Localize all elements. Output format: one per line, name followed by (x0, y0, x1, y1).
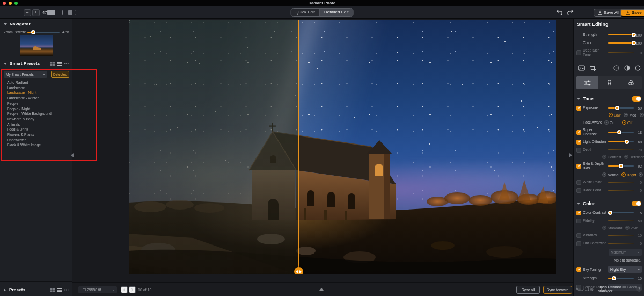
sky-strength-slider[interactable] (608, 278, 634, 279)
preset-item[interactable]: Food & Drink (7, 127, 70, 132)
preset-item[interactable]: Flowers & Plants (7, 132, 70, 138)
radio-med[interactable] (624, 113, 628, 117)
exposure-slider[interactable] (608, 107, 634, 109)
tab-color-wheel[interactable] (620, 76, 642, 89)
preset-item[interactable]: Newborn & Baby (7, 117, 70, 122)
tint-mode-dropdown[interactable]: Maximum (609, 249, 642, 256)
list-view-icon[interactable] (57, 288, 62, 292)
exposure-checkbox[interactable] (576, 106, 581, 111)
before-after-divider-handle[interactable] (294, 267, 303, 274)
tab-adjustments[interactable] (576, 76, 598, 89)
radio-high[interactable] (640, 113, 644, 117)
radio-normal[interactable] (602, 172, 606, 177)
collapse-right-panel-icon[interactable] (569, 153, 572, 157)
redo-icon[interactable] (567, 9, 574, 16)
before-after-toggle-icon[interactable] (624, 65, 630, 71)
sky-toning-checkbox[interactable] (576, 267, 581, 272)
white-point-slider[interactable] (608, 182, 634, 183)
skin-depth-bias-checkbox[interactable] (576, 164, 581, 169)
preset-item[interactable]: Landscape (7, 85, 70, 91)
preset-item-selected[interactable]: Landscape - Night (7, 90, 70, 96)
tone-toggle[interactable] (632, 96, 641, 102)
preset-item[interactable]: Auto Radiant (7, 80, 70, 85)
fidelity-slider[interactable] (608, 220, 634, 221)
radio-definition[interactable] (624, 155, 628, 159)
expand-filmstrip-icon[interactable] (319, 288, 324, 291)
sync-all-button[interactable]: Sync all (516, 286, 540, 294)
grid-view-icon[interactable] (50, 288, 55, 292)
split-view-icon[interactable] (58, 10, 65, 15)
deep-skin-tone-checkbox[interactable] (576, 50, 581, 55)
color-contrast-slider[interactable] (608, 212, 634, 213)
reset-icon[interactable] (635, 65, 641, 71)
navigator-thumbnail[interactable] (20, 35, 53, 56)
collapse-left-panel-icon[interactable] (71, 153, 74, 157)
detected-button[interactable]: Detected (51, 71, 69, 78)
next-image-button[interactable] (129, 286, 136, 293)
radio-vivid[interactable] (625, 226, 630, 230)
undo-icon[interactable] (556, 9, 564, 16)
fidelity-checkbox[interactable] (576, 219, 581, 223)
quick-edit-tab[interactable]: Quick Edit (291, 9, 319, 16)
radio-auto[interactable] (639, 172, 643, 177)
depth-slider[interactable] (608, 149, 634, 150)
before-after-view-icon[interactable] (68, 10, 76, 15)
light-diffusion-checkbox[interactable] (576, 140, 581, 145)
open-radiant-manager-link[interactable]: Open Radiant Manager (598, 285, 636, 293)
radio-bright[interactable] (621, 172, 626, 177)
light-diffusion-slider[interactable] (608, 141, 634, 142)
before-after-divider-line[interactable] (298, 20, 299, 274)
preset-item[interactable]: Underwater (7, 138, 70, 143)
sky-toning-dropdown[interactable]: Night Sky (608, 266, 642, 273)
more-options-icon[interactable] (64, 289, 69, 291)
smart-presets-dropdown[interactable]: My Smart Presets (4, 71, 47, 78)
zoom-in-button[interactable]: + (32, 9, 40, 16)
help-icon[interactable]: ? (636, 286, 642, 292)
preset-item[interactable]: Black & White Image (7, 142, 70, 148)
super-contrast-checkbox[interactable] (576, 130, 581, 135)
color-contrast-checkbox[interactable] (576, 211, 581, 215)
tint-correction-slider[interactable] (608, 243, 634, 244)
presets-header[interactable]: Presets (4, 287, 69, 292)
smart-presets-header[interactable]: Smart Presets (4, 61, 69, 66)
single-view-icon[interactable] (47, 10, 55, 15)
white-point-checkbox[interactable] (576, 180, 581, 185)
crop-icon[interactable] (590, 65, 596, 71)
remove-tool-icon[interactable] (613, 65, 619, 71)
save-all-button[interactable]: Save All (594, 9, 624, 17)
preset-item[interactable]: Animals (7, 122, 70, 127)
zoom-percent-slider[interactable] (27, 32, 60, 33)
super-contrast-slider[interactable] (608, 132, 634, 133)
radio-contrast[interactable] (602, 155, 606, 159)
skin-depth-bias-slider[interactable] (608, 165, 634, 167)
save-button[interactable]: Save (620, 9, 644, 17)
preset-item[interactable]: People (7, 101, 70, 106)
vibrancy-slider[interactable] (608, 235, 634, 236)
radio-face-aware-off[interactable] (622, 120, 626, 125)
radio-standard[interactable] (602, 226, 606, 230)
previous-image-button[interactable] (121, 286, 128, 293)
radio-face-aware-on[interactable] (604, 120, 609, 125)
sync-forward-button[interactable]: Sync forward (543, 286, 572, 294)
preset-item[interactable]: People - Night (7, 106, 70, 112)
navigator-header[interactable]: Navigator (4, 21, 69, 26)
strength-slider[interactable] (608, 34, 634, 35)
more-options-icon[interactable] (64, 63, 69, 64)
tint-correction-checkbox[interactable] (576, 241, 581, 246)
list-view-icon[interactable] (57, 62, 62, 66)
deep-skin-tone-slider[interactable] (608, 52, 634, 53)
tab-portrait[interactable] (598, 76, 620, 89)
depth-checkbox[interactable] (576, 148, 581, 153)
radio-low[interactable] (609, 113, 613, 117)
file-dropdown[interactable]: _EL29598.tif (78, 286, 117, 293)
black-point-checkbox[interactable] (576, 188, 581, 193)
grid-view-icon[interactable] (50, 62, 55, 66)
image-icon[interactable] (578, 65, 585, 71)
color-toggle[interactable] (632, 201, 641, 206)
black-point-slider[interactable] (608, 190, 634, 191)
color-slider[interactable] (608, 42, 634, 44)
preset-item[interactable]: Landscape - Winter (7, 96, 70, 101)
preset-item[interactable]: People - White Background (7, 111, 70, 117)
photo-before-after-view[interactable] (129, 20, 556, 274)
zoom-out-button[interactable]: − (24, 9, 31, 16)
